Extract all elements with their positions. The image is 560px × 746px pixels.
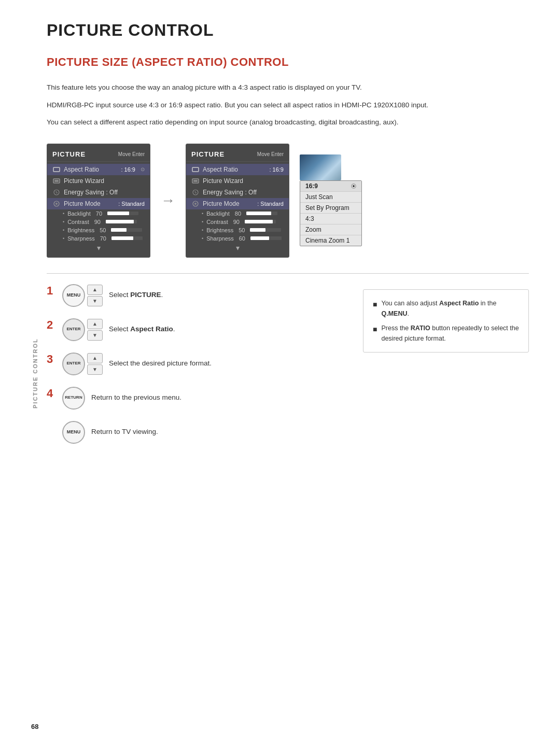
note-bullet-2: ■ xyxy=(373,323,377,344)
brightness-val-right: 50 xyxy=(239,227,245,233)
down-arrow-1[interactable]: ▼ xyxy=(87,296,103,306)
wizard-icon-left xyxy=(52,177,61,185)
step-2-buttons: ENTER ▲ ▼ xyxy=(62,318,103,341)
backlight-label-left: Backlight xyxy=(67,210,91,217)
backlight-bar-left xyxy=(107,212,138,215)
brightness-val-left: 50 xyxy=(100,227,106,233)
mode-value-right: : Standard xyxy=(257,201,284,207)
backlight-label-right: Backlight xyxy=(206,210,230,217)
step-3-row: 3 ENTER ▲ ▼ Select the desired picture f… xyxy=(47,353,347,375)
contrast-label-left: Contrast xyxy=(67,219,89,225)
sub-sharpness-left: • Sharpness 70 xyxy=(47,234,150,243)
contrast-val-right: 90 xyxy=(233,219,240,225)
menu-title-left: PICTURE xyxy=(52,150,86,158)
svg-point-5 xyxy=(55,203,58,205)
menu-title-right: PICTURE xyxy=(191,150,225,158)
aspect-label-left: Aspect Ratio xyxy=(64,166,118,173)
body-text-1: This feature lets you choose the way an … xyxy=(47,82,529,93)
scroll-down-right: ▾ xyxy=(186,243,289,253)
menu-row-aspect-right: Aspect Ratio : 16:9 xyxy=(186,164,289,175)
aspect-label-right: Aspect Ratio xyxy=(203,166,266,173)
section-title: PICTURE SIZE (ASPECT RATIO) CONTROL xyxy=(47,55,529,69)
dropdown-item-setbyprog: Set By Program xyxy=(300,203,361,214)
menu-row-mode-left: Picture Mode : Standard xyxy=(47,198,150,209)
wizard-icon-right xyxy=(191,177,200,185)
menu-button-5[interactable]: MENU xyxy=(62,421,85,444)
aspect-radio-left: ⊙ xyxy=(141,166,145,172)
dropdown-label-cinemaz: Cinema Zoom 1 xyxy=(305,237,349,244)
note-2-text: Press the RATIO button repeatedly to sel… xyxy=(381,323,519,344)
mode-value-left: : Standard xyxy=(118,201,145,207)
bullet-br-right: • xyxy=(202,228,203,233)
return-button-4[interactable]: RETURN xyxy=(62,387,85,410)
nav-arrows-2: ▲ ▼ xyxy=(87,319,103,341)
step-3-number: 3 xyxy=(47,354,56,365)
enter-button-3[interactable]: ENTER xyxy=(62,353,85,375)
menu-header-left: PICTURE Move Enter xyxy=(47,148,150,162)
note-1-text: You can also adjust Aspect Ratio in the … xyxy=(381,298,519,319)
page-title: PICTURE CONTROL xyxy=(47,21,529,40)
brightness-label-right: Brightness xyxy=(206,227,233,233)
wizard-label-right: Picture Wizard xyxy=(203,177,284,185)
down-arrow-2[interactable]: ▼ xyxy=(87,330,103,341)
mode-label-left: Picture Mode xyxy=(64,200,115,207)
menu-nav-left: Move Enter xyxy=(118,151,145,157)
up-arrow-2[interactable]: ▲ xyxy=(87,319,103,329)
body-text-2: HDMI/RGB-PC input source use 4:3 or 16:9… xyxy=(47,100,529,111)
aspect-icon-right xyxy=(191,165,200,174)
menu-row-energy-left: Energy Saving : Off xyxy=(47,187,150,198)
step-3-text: Select the desired picture format. xyxy=(109,359,212,369)
step-1-text: Select PICTURE. xyxy=(109,290,163,300)
steps-list: 1 MENU ▲ ▼ Select PICTURE. 2 ENTER ▲ xyxy=(47,284,347,455)
note-2: ■ Press the RATIO button repeatedly to s… xyxy=(373,323,519,344)
brightness-bar-left xyxy=(111,228,142,232)
radio-169 xyxy=(351,184,356,189)
sharpness-label-left: Sharpness xyxy=(67,235,95,242)
menu-row-aspect-left: Aspect Ratio : 16:9 ⊙ xyxy=(47,164,150,175)
menu-button-1[interactable]: MENU xyxy=(62,284,85,307)
sharpness-bar-right xyxy=(250,236,282,240)
dropdown-item-43: 4:3 xyxy=(300,214,361,224)
svg-point-3 xyxy=(54,190,59,195)
menu-row-wizard-right: Picture Wizard xyxy=(186,175,289,187)
brightness-label-left: Brightness xyxy=(67,227,94,233)
dropdown-label-43: 4:3 xyxy=(305,215,314,222)
step-1-buttons: MENU ▲ ▼ xyxy=(62,284,103,307)
step-4-number: 4 xyxy=(47,388,56,399)
dropdown-label-zoom: Zoom xyxy=(305,226,321,233)
dropdown-label-setbyprog: Set By Program xyxy=(305,204,349,212)
sub-brightness-left: • Brightness 50 xyxy=(47,226,150,234)
sharpness-val-left: 70 xyxy=(100,235,106,242)
bullet-br-left: • xyxy=(63,228,64,233)
step-3-buttons: ENTER ▲ ▼ xyxy=(62,353,103,375)
dropdown-item-cinemaz: Cinema Zoom 1 xyxy=(300,235,361,246)
mode-label-right: Picture Mode xyxy=(203,200,254,207)
sub-contrast-right: • Contrast 90 xyxy=(186,218,289,226)
contrast-label-right: Contrast xyxy=(206,219,228,225)
side-label: PICTURE CONTROL xyxy=(32,338,38,409)
body-text-3: You can select a different aspect ratio … xyxy=(47,117,529,128)
enter-button-2[interactable]: ENTER xyxy=(62,318,85,341)
dropdown-item-169: 16:9 xyxy=(300,181,361,192)
energy-icon-left xyxy=(52,188,61,196)
step-2-number: 2 xyxy=(47,319,56,331)
wizard-label-left: Picture Wizard xyxy=(64,177,145,185)
contrast-bar-right xyxy=(245,220,276,223)
step-2-text: Select Aspect Ratio. xyxy=(109,325,175,334)
up-arrow-1[interactable]: ▲ xyxy=(87,285,103,295)
dropdown-item-zoom: Zoom xyxy=(300,224,361,235)
aspect-value-left: : 16:9 xyxy=(121,166,135,173)
section-divider xyxy=(47,273,529,274)
dropdown-label-169: 16:9 xyxy=(305,182,318,190)
dropdown-panel: 16:9 Just Scan Set By Program 4:3 Zoom C… xyxy=(300,180,362,246)
svg-rect-0 xyxy=(53,167,60,172)
mode-icon-right xyxy=(191,200,200,208)
down-arrow-3[interactable]: ▼ xyxy=(87,364,103,375)
svg-rect-8 xyxy=(193,180,198,182)
scroll-down-left: ▾ xyxy=(47,243,150,253)
sharpness-val-right: 60 xyxy=(239,235,245,242)
up-arrow-3[interactable]: ▲ xyxy=(87,353,103,363)
menu-row-energy-right: Energy Saving : Off xyxy=(186,187,289,198)
backlight-bar-right xyxy=(246,212,277,215)
steps-area: 1 MENU ▲ ▼ Select PICTURE. 2 ENTER ▲ xyxy=(47,284,529,455)
